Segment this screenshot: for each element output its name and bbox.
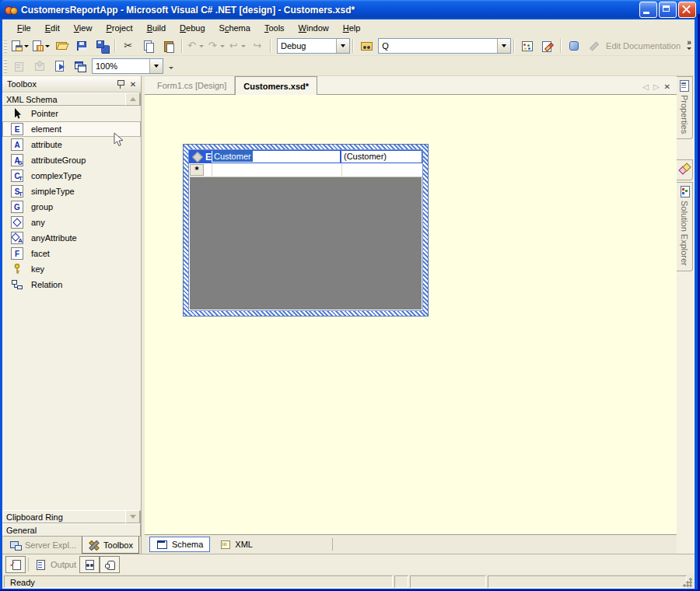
view-tab-schema[interactable]: Schema [149,537,210,552]
generate-dataset-icon [54,60,66,72]
side-tab-solution-explorer[interactable]: Solution Explorer [677,182,693,271]
add-item-icon [31,40,44,52]
toolbox-item-complextype[interactable]: CTcomplexType [2,168,141,184]
undo-button[interactable] [185,37,206,55]
doc-tab-form1-cs-design[interactable]: Form1.cs [Design] [149,76,235,94]
edit-key-button[interactable] [30,57,50,75]
menu-build[interactable]: Build [140,21,173,35]
task-list-icon [9,558,22,571]
toolbox-category-general[interactable]: General [2,523,141,537]
doc-tab-customers-xsd[interactable]: Customers.xsd* [235,76,317,95]
menu-help[interactable]: Help [336,21,368,35]
toolbar-options-icon[interactable] [168,61,174,72]
cut-icon [122,40,135,52]
validate-schema-button[interactable] [9,57,30,75]
schema-element-box[interactable]: E Customer (Customer) * [183,144,429,316]
toolbox-item-pointer[interactable]: Pointer [2,106,141,121]
scroll-up-icon[interactable] [125,93,140,106]
restore-button[interactable] [659,2,677,18]
menu-schema[interactable]: Schema [212,21,257,35]
status-panel [488,575,687,588]
edit-documentation-button[interactable] [584,37,604,55]
combo-dropdown-icon[interactable] [336,39,349,53]
toolbox-item-anyattribute[interactable]: AanyAttribute [2,230,141,246]
comment-button[interactable] [564,37,584,55]
toolbox-item-any[interactable]: any [2,215,141,230]
copy-button[interactable] [138,37,159,55]
navigate-back-button[interactable] [226,37,247,55]
auto-hide-pin-icon[interactable] [114,78,127,90]
new-project-button[interactable] [9,37,30,55]
find-in-files-button[interactable] [356,37,376,55]
cut-button[interactable] [118,37,138,55]
menu-edit[interactable]: Edit [38,21,67,35]
schema-design-surface[interactable]: E Customer (Customer) * [145,95,677,534]
scroll-down-icon[interactable] [125,510,140,523]
document-tab-nav [642,82,677,94]
combo-dropdown-icon[interactable] [149,59,163,73]
toolbox-item-element[interactable]: Eelement [2,121,141,137]
panel-tab-server-expl[interactable]: Server Expl... [4,537,82,553]
pencil-icon [588,40,600,52]
bottom-tab-find-results[interactable] [79,556,100,573]
save-all-button[interactable] [92,37,112,55]
add-item-button[interactable] [30,37,51,55]
generate-dataset-button[interactable] [50,57,70,75]
zoom-combobox[interactable]: 100% [92,58,163,74]
scroll-tabs-right-icon[interactable] [653,82,660,91]
combo-dropdown-icon[interactable] [497,39,510,53]
element-type-cell[interactable]: (Customer) [341,151,422,163]
toolbox-item-simpletype[interactable]: STsimpleType [2,184,141,199]
menu-view[interactable]: View [67,21,100,35]
toolbox-item-attributegroup[interactable]: AGattributeGroup [2,152,141,168]
menu-tools[interactable]: Tools [257,21,292,35]
bottom-tab-output[interactable]: Output [31,557,79,572]
empty-type-cell[interactable] [341,163,422,176]
menu-debug[interactable]: Debug [173,21,212,35]
edit-schema-button[interactable] [537,37,558,55]
menu-project[interactable]: Project [99,21,139,35]
left-panel-tabs: Server Expl...Toolbox [2,537,141,554]
toolbox-item-attribute[interactable]: Aattribute [2,137,141,152]
toolbox-panel: Toolbox XML Schema PointerEelementAattri… [2,76,142,554]
element-name-cell[interactable]: Customer [212,151,340,163]
paste-button[interactable] [159,37,179,55]
title-bar[interactable]: CustomersReportApp - Microsoft Visual C#… [0,0,700,19]
toolbox-item-relation[interactable]: Relation [2,277,141,292]
save-button[interactable] [72,37,92,55]
toolbox-item-group[interactable]: Ggroup [2,199,141,215]
menu-window[interactable]: Window [292,21,336,35]
open-file-button[interactable] [51,37,72,55]
preview-xml-button[interactable] [70,57,90,75]
close-button[interactable] [678,2,696,18]
preview-dataset-button[interactable] [517,37,537,55]
toolbox-close-icon[interactable] [127,79,139,90]
navigate-forward-button[interactable] [247,37,268,55]
empty-name-cell[interactable] [212,163,342,176]
close-document-icon[interactable] [664,82,670,91]
redo-button[interactable] [205,37,226,55]
solution-configuration-combobox[interactable]: Debug [277,38,350,54]
minimize-button[interactable] [639,2,657,18]
toolbar-grip[interactable] [4,59,7,73]
autohide-tab-channel: PropertiesSolution Explorer [677,76,695,554]
bottom-tab-task-list[interactable] [5,556,26,573]
find-combobox[interactable]: Q [378,38,511,54]
menu-file[interactable]: File [10,21,38,35]
element-new-row: * [189,163,422,177]
new-row-marker[interactable]: * [190,164,204,176]
panel-tab-toolbox[interactable]: Toolbox [82,537,139,554]
view-tab-xml[interactable]: XML [213,537,259,551]
scroll-tabs-left-icon[interactable] [642,82,649,91]
side-tab-properties[interactable]: Properties [677,76,693,139]
resize-grip[interactable] [683,577,693,587]
side-tab-class-view[interactable] [677,159,693,180]
toolbox-category-xml-schema[interactable]: XML Schema [2,93,141,106]
redo-icon [206,40,219,52]
toolbox-item-key[interactable]: key [2,261,141,277]
toolbar-grip[interactable] [4,39,7,53]
toolbox-item-facet[interactable]: Ffacet [2,246,141,261]
toolbar-overflow-icon[interactable] [687,40,691,52]
bottom-tab-breakpoints[interactable] [100,556,120,573]
toolbox-category-clipboard-ring[interactable]: Clipboard Ring [2,510,141,523]
